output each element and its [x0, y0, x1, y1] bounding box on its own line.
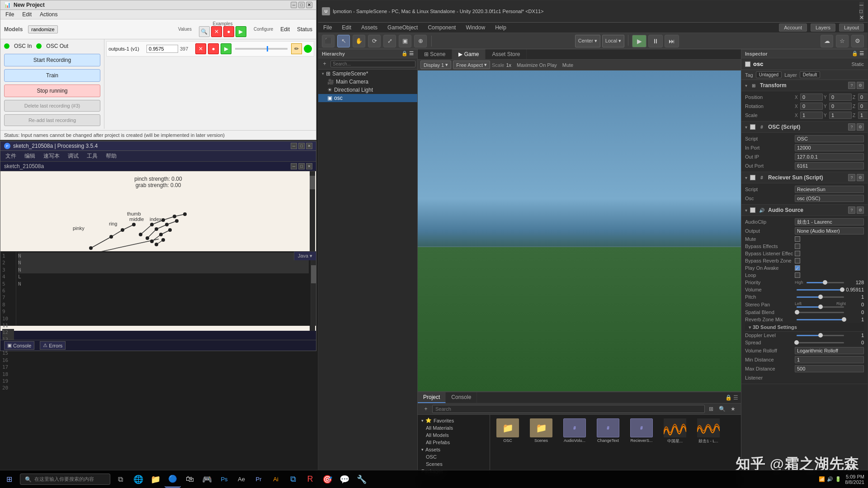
pos-y-input[interactable]: [829, 94, 852, 101]
proc-close-btn[interactable]: ✕: [306, 143, 312, 149]
hierarchy-search[interactable]: [330, 61, 415, 67]
project-star-btn[interactable]: ★: [728, 404, 737, 413]
errors-btn[interactable]: ⚠ Errors: [40, 341, 66, 350]
proc-code-scroll-thumb[interactable]: [311, 265, 316, 283]
taskbar-unity[interactable]: 🎯: [319, 471, 335, 488]
sound-3d-header[interactable]: ▾ 3D Sound Settings: [745, 323, 864, 332]
taskbar-ai[interactable]: Ai: [268, 471, 284, 488]
transform-component-header[interactable]: ▾ ⊞ Transform ? ⚙: [741, 80, 868, 91]
all-prefabs-item[interactable]: All Prefabs: [420, 439, 488, 446]
proc-menu-edit[interactable]: 编辑: [23, 152, 37, 160]
asset-audio1[interactable]: 中国星...: [659, 417, 691, 446]
asset-recievers[interactable]: # RecieverS...: [626, 417, 657, 446]
volume-rolloff-dropdown[interactable]: Logarithmic Rolloff: [795, 347, 864, 354]
taskbar-app-extra[interactable]: 🔧: [354, 471, 370, 488]
rot-y-input[interactable]: [829, 103, 852, 110]
favorites-tree-item[interactable]: ⭐ Favorites: [420, 417, 488, 424]
stop-running-btn[interactable]: Stop running: [4, 84, 100, 97]
audio-source-header[interactable]: ▾ ✓ 🔊 Audio Source ? ⚙: [741, 205, 868, 216]
proc-maximize-btn[interactable]: □: [298, 143, 305, 149]
rot-x-input[interactable]: [800, 103, 823, 110]
layout-btn[interactable]: Layout: [839, 23, 864, 32]
menu-file[interactable]: File: [4, 11, 15, 18]
tab-project[interactable]: Project: [418, 392, 446, 403]
taskbar-store[interactable]: 🛍: [182, 471, 198, 488]
pitch-slider[interactable]: [797, 296, 844, 298]
scl-z-input[interactable]: [858, 112, 868, 119]
play-btn[interactable]: ▶: [632, 35, 646, 47]
out-ip-input[interactable]: 127.0.0.1: [795, 153, 864, 160]
examples-play-btn[interactable]: ▶: [236, 26, 246, 37]
bypass-listener-checkbox[interactable]: [795, 251, 800, 256]
console-btn[interactable]: ▣ Console: [4, 341, 34, 350]
taskbar-steam[interactable]: 🎮: [199, 471, 215, 488]
osc-script-header[interactable]: ▾ ✓ # OSC (Script) ? ⚙: [741, 122, 868, 133]
unity-menu-component[interactable]: Component: [426, 24, 457, 31]
priority-slider[interactable]: [807, 282, 844, 283]
reciever-script-input[interactable]: [795, 186, 864, 193]
tab-scene[interactable]: ⊞ Scene: [418, 49, 452, 59]
asset-changetext[interactable]: # ChangeText: [592, 417, 624, 446]
re-add-recording-btn[interactable]: Re-add last recording: [4, 114, 100, 126]
unity-menu-gameobject[interactable]: GameObject: [386, 24, 419, 31]
pitch-thumb[interactable]: [818, 295, 823, 299]
proc-code-area[interactable]: N N N L N: [16, 252, 311, 326]
unity-minimize-btn[interactable]: ─: [859, 2, 864, 8]
osc-script-input[interactable]: [795, 135, 864, 142]
taskbar-vscode[interactable]: ⧉: [285, 471, 301, 488]
audio-settings-btn[interactable]: ⚙: [857, 206, 864, 214]
examples-rec-btn[interactable]: ●: [223, 26, 234, 37]
unity-close-btn[interactable]: ✕: [859, 14, 864, 21]
scl-x-input[interactable]: [800, 112, 823, 119]
taskbar-photoshop[interactable]: Ps: [216, 471, 232, 488]
obj-active-checkbox[interactable]: ✓: [745, 61, 750, 67]
audio-checkbox[interactable]: ✓: [750, 207, 755, 213]
step-btn[interactable]: ⏭: [665, 35, 679, 47]
scale-tool[interactable]: ⟳: [368, 35, 381, 47]
osc-settings-btn[interactable]: ⚙: [857, 123, 864, 131]
taskbar-ae[interactable]: Ae: [233, 471, 250, 488]
proc-sketch-scroll-thumb[interactable]: [310, 176, 315, 189]
asset-scenes-folder[interactable]: 📁 Scenes: [525, 417, 557, 446]
output-slider-thumb[interactable]: [267, 46, 268, 52]
spread-thumb[interactable]: [794, 340, 799, 345]
hierarchy-scene[interactable]: ▾ ⊞ SampleScene*: [318, 70, 417, 78]
train-btn[interactable]: Train: [4, 69, 100, 82]
output-slider[interactable]: [235, 48, 288, 50]
settings-btn[interactable]: ⚙: [851, 35, 864, 47]
proc-menu-help[interactable]: 帮助: [104, 152, 118, 160]
close-btn[interactable]: ✕: [306, 2, 312, 8]
search-btn[interactable]: 🔍: [199, 26, 210, 37]
all-models-item[interactable]: All Models: [420, 432, 488, 439]
taskbar-file-explorer[interactable]: 📁: [147, 471, 164, 488]
unity-menu-edit[interactable]: Edit: [340, 24, 353, 31]
reverb-thumb[interactable]: [842, 317, 846, 322]
randomize-btn[interactable]: randomize: [28, 25, 57, 33]
assets-tree-item[interactable]: Assets: [420, 446, 488, 453]
asset-osc-folder[interactable]: 📁 OSC: [492, 417, 524, 446]
stereo-pan-slider[interactable]: [797, 306, 844, 308]
output-rec-btn[interactable]: ●: [208, 43, 219, 54]
spatial-thumb[interactable]: [795, 310, 799, 314]
bypass-effects-checkbox[interactable]: [795, 244, 800, 249]
rect-tool[interactable]: ⤢: [383, 35, 396, 47]
proc-inner-close-btn[interactable]: ✕: [306, 163, 312, 169]
proc-menu-file[interactable]: 文件: [4, 152, 18, 160]
tab-console[interactable]: Console: [446, 392, 477, 403]
transform-help-btn[interactable]: ?: [848, 82, 855, 89]
menu-edit[interactable]: Edit: [21, 11, 33, 18]
scl-y-input[interactable]: [829, 112, 852, 119]
hierarchy-directional-light[interactable]: ☀ Directional Light: [318, 86, 417, 94]
proc-inner-minimize-btn[interactable]: ─: [291, 163, 297, 169]
pos-x-input[interactable]: [800, 94, 823, 101]
taskbar-edge[interactable]: 🌐: [130, 471, 146, 488]
pause-btn[interactable]: ⏸: [648, 35, 663, 47]
project-view-btn[interactable]: ⊞: [707, 404, 716, 413]
collab-btn[interactable]: ☁: [821, 35, 833, 47]
tab-asset-store[interactable]: Asset Store: [486, 49, 527, 59]
reciever-settings-btn[interactable]: ⚙: [857, 174, 864, 181]
minimize-btn[interactable]: ─: [291, 2, 297, 8]
tag-value[interactable]: Untagged: [756, 71, 782, 78]
asset-audio2[interactable]: 鼓击1 - L...: [693, 417, 724, 446]
spread-slider[interactable]: [797, 342, 844, 343]
